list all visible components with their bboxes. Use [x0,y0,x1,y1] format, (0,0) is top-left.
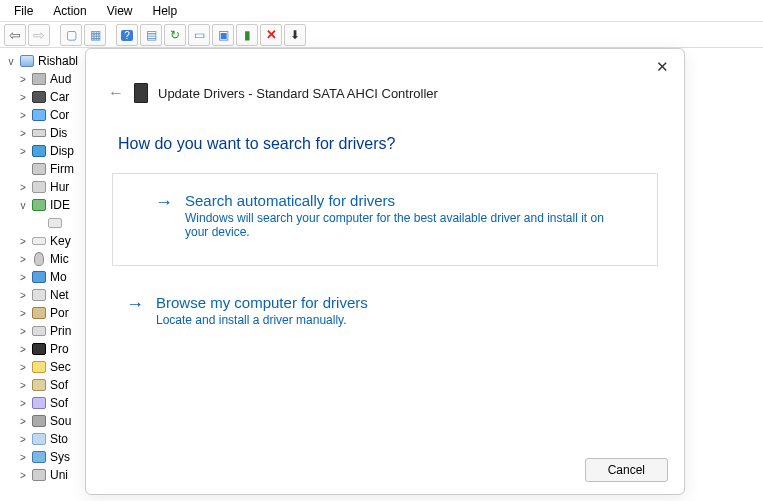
show-icon [66,28,77,42]
download-icon [290,28,300,42]
expand-icon[interactable]: > [18,110,28,121]
expand-icon[interactable]: > [18,470,28,481]
back-arrow-icon: ← [108,84,124,101]
computer-icon [19,54,35,68]
expand-icon[interactable]: > [18,344,28,355]
grid-icon [90,28,101,42]
tree-item[interactable]: >Net [4,286,85,304]
toolbar-forward-button[interactable] [28,24,50,46]
arrow-right-icon: → [126,294,144,314]
tree-item[interactable]: >Sys [4,448,85,466]
tree-item[interactable]: >Por [4,304,85,322]
tree-root[interactable]: v Rishabl [4,52,85,70]
toolbar-monitor2-button[interactable] [212,24,234,46]
expand-icon[interactable]: > [18,398,28,409]
expand-icon[interactable]: > [18,254,28,265]
expand-icon[interactable]: > [18,290,28,301]
expand-icon[interactable]: > [18,326,28,337]
tree-item[interactable]: >Sto [4,430,85,448]
toolbar-device-button[interactable] [236,24,258,46]
menu-bar: File Action View Help [0,0,763,22]
tree-item[interactable]: >Sof [4,394,85,412]
tree-item[interactable]: >Dis [4,124,85,142]
tree-item[interactable]: >Cor [4,106,85,124]
expand-icon[interactable]: > [18,74,28,85]
tree-item[interactable]: >Sou [4,412,85,430]
dialog-question: How do you want to search for drivers? [86,113,684,163]
expand-icon[interactable]: > [18,92,28,103]
soft-icon [31,378,47,392]
tree-item[interactable]: vIDE [4,196,85,214]
option-browse[interactable]: → Browse my computer for drivers Locate … [126,294,644,327]
toolbar-help-button[interactable] [116,24,138,46]
chip-icon [31,162,47,176]
dialog-back-button[interactable]: ← [108,84,124,102]
storage-icon [31,432,47,446]
expand-icon[interactable]: > [18,236,28,247]
toolbar-show-button[interactable] [60,24,82,46]
expand-icon[interactable]: > [18,146,28,157]
expand-icon[interactable]: > [18,272,28,283]
tree-item[interactable]: >Aud [4,70,85,88]
toolbar-delete-button[interactable] [260,24,282,46]
menu-action[interactable]: Action [43,2,96,20]
tree-item[interactable]: >Mo [4,268,85,286]
tree-item[interactable]: >Sec [4,358,85,376]
tree-item[interactable]: >Car [4,88,85,106]
toolbar-monitor-button[interactable] [188,24,210,46]
expand-icon[interactable]: > [18,128,28,139]
tree-item[interactable]: >Mic [4,250,85,268]
toolbar-download-button[interactable] [284,24,306,46]
tree-item-label: Por [50,306,69,320]
close-button[interactable]: ✕ [652,57,672,77]
toolbar-cal-button[interactable] [140,24,162,46]
expand-icon[interactable]: v [18,200,28,211]
printer-icon [31,324,47,338]
menu-help[interactable]: Help [143,2,188,20]
dialog-header: ← Update Drivers - Standard SATA AHCI Co… [86,49,684,113]
tree-item[interactable]: >Disp [4,142,85,160]
expand-icon[interactable]: > [18,182,28,193]
tree-item-label: Prin [50,324,71,338]
device-tree[interactable]: v Rishabl >Aud>Car>Cor>Dis>DispFirm>Hurv… [0,48,85,501]
toolbar-refresh-button[interactable] [164,24,186,46]
help-icon [121,28,133,42]
toolbar [0,22,763,48]
toolbar-back-button[interactable] [4,24,26,46]
menu-file[interactable]: File [4,2,43,20]
tree-item-label: Cor [50,108,69,122]
tree-item[interactable]: >Key [4,232,85,250]
tree-item[interactable] [4,214,85,232]
tree-item[interactable]: >Sof [4,376,85,394]
tree-item-label: Sou [50,414,71,428]
tree-item[interactable]: >Pro [4,340,85,358]
option-browse-desc: Locate and install a driver manually. [156,313,576,327]
dialog-footer: Cancel [585,458,668,482]
device-icon [244,28,251,42]
tree-item[interactable]: Firm [4,160,85,178]
tree-item-label: Dis [50,126,67,140]
monitor-icon [194,28,205,42]
collapse-icon[interactable]: v [6,56,16,67]
expand-icon[interactable]: > [18,380,28,391]
tree-item[interactable]: >Hur [4,178,85,196]
net-icon [31,288,47,302]
tree-item-label: Net [50,288,69,302]
toolbar-grid-button[interactable] [84,24,106,46]
tree-item-label: Firm [50,162,74,176]
option-search-auto[interactable]: → Search automatically for drivers Windo… [112,173,658,266]
expand-icon[interactable]: > [18,452,28,463]
sec-icon [31,360,47,374]
expand-icon[interactable]: > [18,434,28,445]
menu-view[interactable]: View [97,2,143,20]
expand-icon[interactable]: > [18,362,28,373]
dispadapt-icon [31,144,47,158]
tree-item[interactable]: >Uni [4,466,85,484]
tree-item[interactable]: >Prin [4,322,85,340]
expand-icon[interactable]: > [18,308,28,319]
cancel-button[interactable]: Cancel [585,458,668,482]
expand-icon[interactable]: > [18,416,28,427]
tree-item-label: Uni [50,468,68,482]
option-search-auto-desc: Windows will search your computer for th… [185,211,605,239]
x-icon [266,27,277,42]
